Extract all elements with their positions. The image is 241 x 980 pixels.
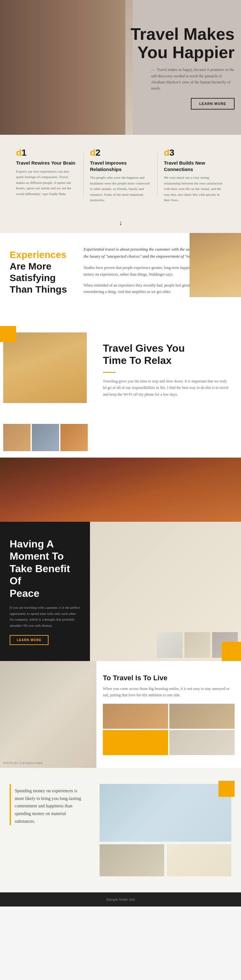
hero-couple-photo (0, 0, 125, 135)
peace-left: Having A Moment To Take Benefit Of Peace… (0, 522, 90, 661)
to-travel-main-photo: PHOTO BY: ALEANMAATSEN (0, 661, 96, 768)
hero-title-line2: You Happier (137, 43, 235, 62)
hero-content: Travel Makes You Happier Travel makes us… (112, 25, 235, 110)
footer: Sample footer text (0, 892, 241, 907)
feature-title-1: Travel Rewires Your Brain (16, 160, 77, 166)
spending-accent-bar (10, 784, 11, 825)
spending-text: Spending money on experiences is more li… (10, 787, 87, 825)
peace-text: If you are traveling with a partner, it … (10, 605, 80, 628)
feature-item-2: d2 Travel Improves Relationships The peo… (83, 148, 158, 203)
feature-num-1: d1 (16, 148, 77, 158)
laughing-woman-photo (3, 332, 87, 403)
spending-main-photo (100, 784, 231, 842)
feature-text-1: Experts say new experiences can also spa… (16, 169, 77, 197)
features-section: d1 Travel Rewires Your Brain Experts say… (0, 135, 241, 233)
couple-sunset-photo (0, 458, 241, 522)
small-photo-2 (32, 424, 59, 451)
travel-gives-photos (0, 323, 96, 458)
grid-photo-4 (169, 730, 235, 755)
title-dash (103, 372, 116, 373)
peace-title: Having A Moment To Take Benefit Of Peace (10, 538, 80, 600)
to-travel-section: PHOTO BY: ALEANMAATSEN To Travel Is To L… (0, 661, 241, 768)
experiences-title: Experiences Are More Satisfying Than Thi… (10, 249, 67, 295)
peace-right-photos (90, 522, 241, 661)
experiences-section: Experiences Are More Satisfying Than Thi… (0, 233, 241, 323)
feature-text-3: We very much see a very strong relations… (164, 175, 225, 203)
experiences-right: Experiential travel is about presenting … (77, 233, 241, 323)
hero-title: Travel Makes You Happier (112, 25, 235, 62)
experiences-photo (190, 233, 241, 297)
feature-text-2: The people who were the happiest and hea… (90, 175, 151, 203)
spending-section: Spending money on experiences is more li… (0, 768, 241, 892)
grid-photo-2 (169, 704, 235, 729)
spending-orange-block (219, 781, 235, 797)
travel-gives-text: Travel Gives You Time To Relax Traveling… (96, 323, 241, 458)
small-photos-row (3, 424, 93, 451)
photo-credit-label: PHOTO BY: ALEANMAATSEN (3, 762, 43, 765)
hero-cta-button[interactable]: LEARN MORE (191, 98, 235, 110)
peace-cta-button[interactable]: LEARN MORE (10, 635, 48, 645)
arrow-down-icon: ↓ (0, 216, 241, 233)
spending-bottom-photos (100, 844, 231, 877)
travel-gives-section: Travel Gives You Time To Relax Traveling… (0, 323, 241, 458)
feature-num-2: d2 (90, 148, 151, 158)
small-photo-1 (3, 424, 30, 451)
feature-title-3: Travel Builds New Connections (164, 160, 225, 172)
to-travel-text: When you come across those big beaming s… (103, 686, 235, 698)
travel-gives-title: Travel Gives You Time To Relax (103, 342, 231, 367)
to-travel-title: To Travel Is To Live (103, 674, 235, 682)
peace-overlay-photo-1 (157, 632, 182, 658)
couple-banner (0, 458, 241, 522)
feature-item-1: d1 Travel Rewires Your Brain Experts say… (10, 148, 83, 203)
feature-title-2: Travel Improves Relationships (90, 160, 151, 172)
peace-section: Having A Moment To Take Benefit Of Peace… (0, 522, 241, 661)
peace-overlay-photo-2 (184, 632, 210, 658)
peace-orange-accent (222, 642, 241, 661)
travel-gives-text-para: Traveling gives you the time to stop and… (103, 378, 231, 398)
grid-photo-3 (103, 730, 168, 755)
spending-left: Spending money on experiences is more li… (10, 784, 100, 825)
to-travel-right: To Travel Is To Live When you come acros… (96, 661, 241, 768)
to-travel-left: PHOTO BY: ALEANMAATSEN (0, 661, 96, 768)
to-travel-photo-grid (103, 704, 235, 755)
spending-photos-container (100, 784, 231, 842)
spending-small-photo-1 (100, 844, 164, 877)
feature-num-3: d3 (164, 148, 225, 158)
footer-text: Sample footer text (10, 897, 231, 901)
orange-accent-block (0, 326, 16, 342)
hero-title-line1: Travel Makes (131, 25, 235, 43)
hero-section: Travel Makes You Happier Travel makes us… (0, 0, 241, 135)
feature-item-3: d3 Travel Builds New Connections We very… (158, 148, 231, 203)
small-photo-3 (61, 424, 88, 451)
grid-photo-1 (103, 704, 168, 729)
spending-right (100, 784, 231, 877)
hero-subtitle: Travel makes us happy, because it promis… (151, 67, 235, 92)
experiences-left: Experiences Are More Satisfying Than Thi… (0, 233, 77, 323)
spending-small-photo-2 (167, 844, 231, 877)
